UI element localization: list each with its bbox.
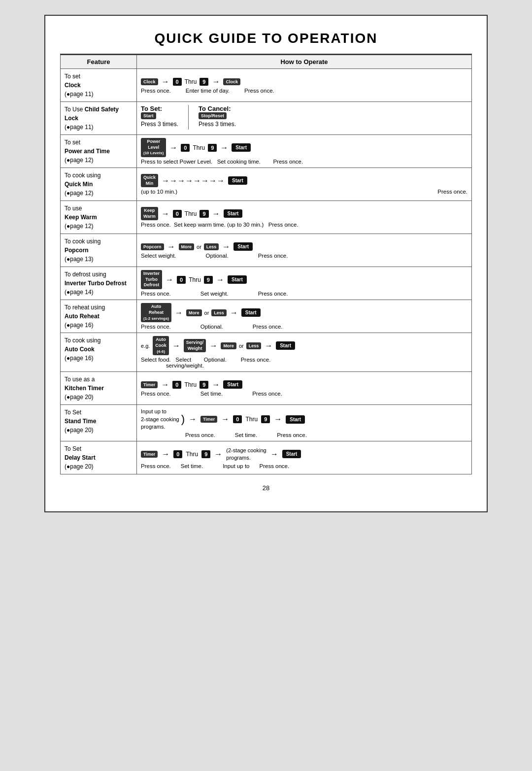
table-row: To Use Child Safety Lock(●page 11) To Se… [61, 102, 472, 135]
table-row: To useKeep Warm(●page 12) KeepWarm → 0 T… [61, 201, 472, 234]
arrow-icon: → [212, 380, 220, 389]
num-9-btn: 9 [200, 78, 208, 86]
feature-cell-auto-reheat: To reheat usingAuto Reheat(●page 16) [61, 300, 137, 333]
arrow-icon: → [212, 77, 220, 86]
arrow-icon: → [169, 143, 177, 152]
how-cell-power-time: PowerLevel(10 Levels) → 0 Thru 9 → Start… [137, 135, 472, 168]
arrow-icon: → [270, 450, 278, 459]
num-0-btn: 0 [173, 450, 182, 458]
more-btn: More [179, 243, 195, 250]
start-btn-set: Start [141, 112, 156, 119]
arrow-icon: → [162, 77, 169, 86]
less-btn: Less [246, 342, 262, 349]
arrow-icon: → [161, 380, 169, 389]
feature-cell-stand-time: To SetStand Time(●page 20) [61, 405, 137, 441]
clock-btn-2: Clock [223, 78, 240, 85]
table-row: To SetStand Time(●page 20) Input up to2-… [61, 405, 472, 441]
feature-cell-delay-start: To SetDelay Start(●page 20) [61, 441, 137, 474]
stop-reset-btn: Stop/Reset [199, 112, 227, 119]
num-9-btn: 9 [204, 276, 213, 284]
table-row: To setPower and Time(●page 12) PowerLeve… [61, 135, 472, 168]
how-cell-keep-warm: KeepWarm → 0 Thru 9 → Start Press once. … [137, 201, 472, 234]
divider [188, 105, 189, 130]
start-btn: Start [282, 450, 301, 458]
quick-min-btn: QuickMin [141, 174, 158, 187]
feature-cell-inverter: To defrost usingInverter Turbo Defrost(●… [61, 267, 137, 300]
arrow-icon: → [162, 209, 169, 218]
arrow-icon: → [212, 209, 220, 218]
how-cell-quick-min: QuickMin →→→→→→→→ Start (up to 10 min.) … [137, 168, 472, 201]
table-row: To reheat usingAuto Reheat(●page 16) Aut… [61, 300, 472, 333]
num-0-btn: 0 [173, 210, 182, 218]
arrow-icon: → [214, 450, 222, 459]
table-row: To cook usingAuto Cook(●page 16) e.g. Au… [61, 333, 472, 372]
arrow-icon: → [166, 275, 173, 284]
table-row: To setClock(●page 11) Clock → 0 Thru 9 →… [61, 69, 472, 102]
how-cell-popcorn: Popcorn → More or Less → Start Select we… [137, 234, 472, 267]
feature-cell-quick-min: To cook usingQuick Min(●page 12) [61, 168, 137, 201]
num-0-btn: 0 [177, 276, 186, 284]
num-9-btn: 9 [261, 415, 270, 423]
num-9-btn: 9 [208, 144, 217, 152]
start-btn: Start [228, 275, 247, 284]
auto-cook-btn: AutoCook(4-6) [153, 336, 169, 355]
feature-cell-auto-cook: To cook usingAuto Cook(●page 16) [61, 333, 137, 372]
num-0-btn: 0 [233, 415, 242, 423]
timer-btn: Timer [141, 381, 158, 388]
how-cell-clock: Clock → 0 Thru 9 → Clock Press once. Ent… [137, 69, 472, 102]
table-row: To use as aKitchen Timer(●page 20) Timer… [61, 372, 472, 405]
arrow-icon: → [175, 308, 183, 317]
start-btn: Start [241, 308, 261, 317]
how-cell-delay-start: Timer → 0 Thru 9 → (2-stage cookingprogr… [137, 441, 472, 474]
serving-weight-btn: Serving/Weight [184, 339, 206, 352]
arrow-icon: → [167, 242, 175, 251]
start-btn: Start [223, 380, 242, 389]
keep-warm-btn: KeepWarm [141, 207, 158, 220]
feature-cell-kitchen-timer: To use as aKitchen Timer(●page 20) [61, 372, 137, 405]
feature-cell-clock: To setClock(●page 11) [61, 69, 137, 102]
table-row: To SetDelay Start(●page 20) Timer → 0 Th… [61, 441, 472, 474]
col-feature-header: Feature [61, 55, 137, 69]
page-container: QUICK GUIDE TO OPERATION Feature How to … [44, 15, 488, 512]
how-cell-auto-cook: e.g. AutoCook(4-6) → Serving/Weight → Mo… [137, 333, 472, 372]
page-title: QUICK GUIDE TO OPERATION [60, 26, 472, 55]
feature-cell-power-time: To setPower and Time(●page 12) [61, 135, 137, 168]
col-how-header: How to Operate [137, 55, 472, 69]
how-cell-child-safety: To Set: Start Press 3 times. To Cancel: … [137, 102, 472, 135]
less-btn: Less [204, 243, 219, 250]
arrow-icon: → [162, 450, 169, 459]
inverter-btn: InverterTurboDefrost [141, 270, 162, 289]
arrow-icon: → [220, 143, 228, 152]
arrow-icon: → [265, 341, 272, 350]
arrow-icon: → [209, 341, 217, 350]
arrow-icon: → [216, 275, 224, 284]
arrow-icon: →→→→→→→→ [162, 176, 225, 185]
less-btn: Less [211, 309, 227, 316]
auto-reheat-btn: AutoReheat(1-2 servings) [141, 303, 171, 322]
table-row: To defrost usingInverter Turbo Defrost(●… [61, 267, 472, 300]
guide-table: Feature How to Operate To setClock(●page… [60, 55, 472, 474]
page-number: 28 [60, 484, 472, 492]
start-btn: Start [224, 209, 243, 218]
timer-btn: Timer [200, 416, 217, 423]
clock-btn-1: Clock [141, 78, 158, 85]
start-btn: Start [228, 176, 247, 185]
arrow-icon: → [230, 308, 238, 317]
timer-btn: Timer [141, 451, 158, 458]
num-9-btn: 9 [200, 210, 208, 218]
start-btn: Start [233, 242, 253, 251]
how-cell-inverter: InverterTurboDefrost → 0 Thru 9 → Start … [137, 267, 472, 300]
table-row: To cook usingQuick Min(●page 12) QuickMi… [61, 168, 472, 201]
feature-cell-child-safety: To Use Child Safety Lock(●page 11) [61, 102, 137, 135]
arrow-icon: → [274, 415, 282, 424]
feature-cell-keep-warm: To useKeep Warm(●page 12) [61, 201, 137, 234]
num-9-btn: 9 [200, 381, 208, 389]
num-9-btn: 9 [201, 450, 210, 458]
how-cell-kitchen-timer: Timer → 0 Thru 9 → Start Press once. Set… [137, 372, 472, 405]
start-btn: Start [232, 143, 251, 152]
feature-cell-popcorn: To cook usingPopcorn(●page 13) [61, 234, 137, 267]
popcorn-btn: Popcorn [141, 243, 164, 250]
power-level-btn: PowerLevel(10 Levels) [141, 138, 166, 157]
how-cell-auto-reheat: AutoReheat(1-2 servings) → More or Less … [137, 300, 472, 333]
start-btn: Start [286, 415, 305, 424]
